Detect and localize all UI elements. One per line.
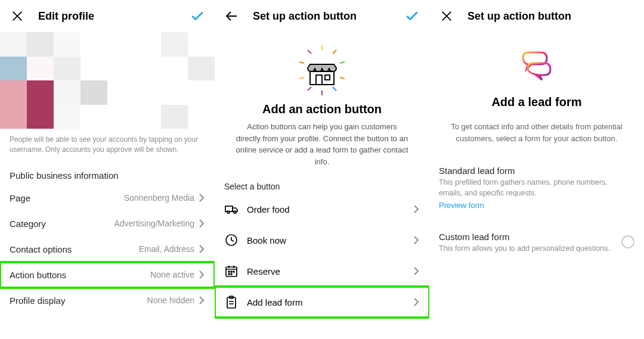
truck-icon: [224, 202, 239, 216]
svg-rect-11: [316, 75, 322, 85]
hero-section: Add an action button Action buttons can …: [215, 32, 429, 178]
svg-line-1: [308, 50, 311, 54]
svg-line-3: [299, 62, 304, 63]
svg-line-8: [333, 87, 336, 91]
add-lead-form-screen: Set up action button Add a lead form To …: [429, 0, 644, 339]
svg-point-20: [233, 271, 234, 272]
row-value: Sonnenberg Media: [124, 193, 194, 203]
chevron-right-icon: [414, 297, 420, 307]
page-title: Edit profile: [38, 10, 190, 23]
svg-point-19: [231, 271, 232, 272]
accounts-caption: People will be able to see your accounts…: [0, 129, 215, 164]
option-label: Order food: [247, 204, 405, 214]
header: Edit profile: [0, 0, 215, 32]
form-option-custom[interactable]: Custom lead form This form allows you to…: [429, 225, 644, 262]
hero-section: Add a lead form: [429, 32, 644, 115]
svg-point-22: [231, 273, 232, 275]
confirm-check-icon[interactable]: [404, 8, 420, 24]
clipboard-icon: [224, 295, 239, 309]
chevron-right-icon: [414, 235, 420, 245]
calendar-icon: [224, 264, 239, 278]
svg-line-5: [299, 77, 304, 79]
chevron-right-icon: [199, 219, 205, 228]
section-header: Public business information: [0, 164, 215, 185]
row-label: Category: [10, 219, 46, 229]
storefront-icon: [292, 44, 352, 98]
row-profile-display[interactable]: Profile display None hidden: [0, 288, 215, 313]
svg-line-4: [340, 62, 345, 63]
option-label: Add lead form: [247, 297, 405, 307]
option-title: Custom lead form: [439, 232, 611, 242]
hero-subtitle: To get contact info and other details fr…: [429, 115, 644, 158]
hero-subtitle: Action buttons can help you gain custome…: [224, 121, 420, 178]
option-title: Standard lead form: [439, 166, 611, 176]
svg-point-21: [228, 273, 230, 275]
row-label: Contact options: [10, 244, 72, 254]
row-value: None hidden: [147, 296, 194, 305]
header: Set up action button: [215, 0, 429, 32]
profile-image-placeholder: [0, 32, 215, 129]
svg-point-18: [228, 271, 230, 272]
svg-line-2: [333, 50, 336, 54]
chevron-right-icon: [199, 244, 205, 254]
option-description: This form allows you to add personalized…: [439, 244, 611, 254]
svg-rect-12: [325, 75, 330, 80]
hero-title: Add an action button: [224, 102, 420, 116]
form-option-standard[interactable]: Standard lead form This prefilled form g…: [429, 158, 644, 217]
close-icon[interactable]: [10, 8, 25, 24]
back-arrow-icon[interactable]: [224, 8, 240, 24]
clock-icon: [224, 233, 239, 247]
hero-title: Add a lead form: [441, 95, 632, 109]
confirm-check-icon[interactable]: [190, 8, 205, 24]
chat-bubbles-icon: [516, 50, 558, 83]
page-title: Set up action button: [253, 10, 404, 23]
svg-line-7: [308, 87, 311, 91]
row-value: Advertising/Marketing: [114, 219, 194, 228]
button-option-book-now[interactable]: Book now: [215, 225, 429, 256]
option-label: Book now: [247, 235, 405, 245]
chevron-right-icon: [199, 193, 205, 203]
page-title: Set up action button: [467, 10, 634, 23]
preview-form-link[interactable]: Preview form: [439, 201, 484, 210]
chevron-right-icon: [199, 296, 205, 305]
row-label: Page: [10, 193, 30, 203]
header: Set up action button: [429, 0, 644, 32]
row-contact-options[interactable]: Contact options Email, Address: [0, 237, 215, 262]
row-page[interactable]: Page Sonnenberg Media: [0, 185, 215, 211]
row-value: Email, Address: [139, 244, 194, 254]
row-label: Action buttons: [10, 270, 66, 280]
row-action-buttons[interactable]: Action buttons None active: [0, 262, 215, 288]
row-category[interactable]: Category Advertising/Marketing: [0, 211, 215, 237]
button-option-reserve[interactable]: Reserve: [215, 256, 429, 287]
row-label: Profile display: [10, 296, 65, 306]
edit-profile-screen: Edit profile People will be able to see …: [0, 0, 215, 339]
setup-action-button-screen: Set up action button: [215, 0, 429, 339]
svg-point-14: [227, 211, 230, 213]
button-option-order-food[interactable]: Order food: [215, 194, 429, 225]
option-description: This prefilled form gathers names, phone…: [439, 178, 611, 198]
svg-point-15: [234, 211, 236, 213]
close-icon[interactable]: [439, 8, 454, 24]
chevron-right-icon: [414, 204, 420, 214]
chevron-right-icon: [199, 270, 205, 279]
svg-line-6: [340, 77, 345, 79]
chevron-right-icon: [414, 266, 420, 276]
row-value: None active: [150, 270, 194, 279]
radio-unselected-icon[interactable]: [621, 235, 634, 248]
button-option-add-lead-form[interactable]: Add lead form: [215, 287, 429, 318]
option-label: Reserve: [247, 266, 405, 276]
select-button-label: Select a button: [215, 178, 429, 194]
